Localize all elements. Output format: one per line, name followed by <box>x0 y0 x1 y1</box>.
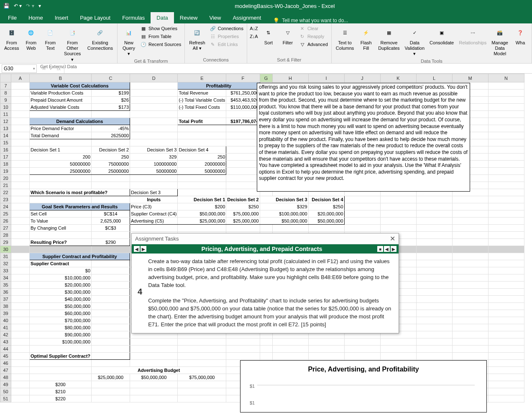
tab-formulas[interactable]: Formulas <box>116 12 151 23</box>
from-text-button[interactable]: 📄From Text <box>41 25 59 52</box>
window-title: modelingBasics-W0-Jacob_Jones - Excel <box>235 3 335 9</box>
assignment-task-pane[interactable]: Assignment Tasks ✕ ◀ ▶ Pricing, Advertis… <box>131 233 399 333</box>
data-validation-button[interactable]: ✓Data Validation ▾ <box>403 25 427 58</box>
section-header: Profitability <box>178 82 260 90</box>
from-table-button[interactable]: ▤From Table <box>139 33 182 41</box>
formula-bar: G30 ✕ ✓ fx <box>0 64 532 74</box>
flash-fill-button[interactable]: ⚡Flash Fill <box>357 25 375 52</box>
chart-panel[interactable]: Price, Advertising, and Profitability $1… <box>240 360 487 412</box>
new-query-button[interactable]: 📊New Query ▾ <box>120 25 138 58</box>
whatif-button[interactable]: ❓Wha <box>512 25 529 46</box>
close-icon[interactable]: ✕ <box>390 235 395 243</box>
nav-back-icon[interactable]: ◀ <box>384 246 390 252</box>
nav-next-icon[interactable]: ▶ <box>141 246 146 252</box>
remove-duplicates-button[interactable]: ▦Remove Duplicates <box>376 25 401 52</box>
taskpane-title: Assignment Tasks <box>135 236 179 242</box>
save-icon[interactable]: 💾 <box>3 3 10 9</box>
tab-page-layout[interactable]: Page Layout <box>74 12 116 23</box>
from-web-button[interactable]: 🌐From Web <box>22 25 40 52</box>
nav-fwd-icon[interactable]: ▶ <box>391 246 396 252</box>
scenario-text-box: offerings and you risk losing sales to y… <box>257 83 470 192</box>
refresh-all-button[interactable]: 🔄Refresh All ▾ <box>187 25 207 52</box>
fx-icon[interactable]: fx <box>57 66 61 72</box>
worksheet-grid[interactable]: ABC DEF GHI JKL MN 7 Variable Cost Calcu… <box>0 74 532 415</box>
sort-za-button[interactable]: Z↓A <box>250 33 258 41</box>
manage-data-model-button[interactable]: 🗃️Manage Data Model <box>490 25 510 58</box>
tab-file[interactable]: File <box>2 12 23 23</box>
sort-az-button[interactable]: A↓Z <box>250 25 258 33</box>
advanced-filter-button[interactable]: ▽Advanced <box>298 41 329 49</box>
section-header: Demand Calculations <box>30 118 130 125</box>
sort-button[interactable]: ⇅Sort <box>260 25 277 46</box>
tab-insert[interactable]: Insert <box>49 12 74 23</box>
edit-links-button[interactable]: ✎Edit Links <box>209 41 244 49</box>
formula-input[interactable] <box>64 64 532 73</box>
tell-me-search[interactable]: 💡 Tell me what you want to do... <box>273 18 348 23</box>
column-headers[interactable]: ABC DEF GHI JKL MN <box>0 74 524 82</box>
enter-icon[interactable]: ✓ <box>49 66 54 72</box>
undo-icon[interactable]: ↶ ▾ <box>14 3 22 9</box>
clear-filter-button[interactable]: ✕Clear <box>298 25 329 33</box>
bulb-icon: 💡 <box>273 18 279 23</box>
from-access-button[interactable]: 🗄️From Access <box>3 25 20 52</box>
cancel-icon[interactable]: ✕ <box>42 66 46 72</box>
show-queries-button[interactable]: ▦Show Queries <box>139 25 182 33</box>
reapply-button[interactable]: ↻Reapply <box>298 33 329 41</box>
name-box[interactable]: G30 <box>2 64 37 73</box>
properties-button[interactable]: ☷Properties <box>209 33 244 41</box>
nav-stop-icon[interactable]: ■ <box>377 246 383 252</box>
select-all-cell[interactable] <box>0 74 11 82</box>
title-bar: 💾 ↶ ▾ ↷ ▾ ▾ modelingBasics-W0-Jacob_Jone… <box>0 0 532 12</box>
text-to-columns-button[interactable]: ☰Text to Columns <box>334 25 356 52</box>
nav-prev-icon[interactable]: ◀ <box>134 246 140 252</box>
tab-view[interactable]: View <box>203 12 227 23</box>
filter-button[interactable]: ▽Filter <box>279 25 297 46</box>
task-number: 4 <box>138 287 142 329</box>
consolidate-button[interactable]: ▣Consolidate <box>428 25 455 46</box>
from-other-button[interactable]: 📑From Other Sources ▾ <box>61 25 84 63</box>
tab-review[interactable]: Review <box>174 12 204 23</box>
existing-conn-button[interactable]: 🔗Existing Connections <box>86 25 115 52</box>
ribbon-tabs: File Home Insert Page Layout Formulas Da… <box>0 12 532 23</box>
relationships-button[interactable]: ⊶Relationships <box>457 25 488 46</box>
tab-assignment[interactable]: Assignment <box>227 12 267 23</box>
section-header: Variable Cost Calculations <box>30 82 130 90</box>
qat-customize-icon[interactable]: ▾ <box>38 3 41 9</box>
redo-icon[interactable]: ↷ ▾ <box>26 3 34 9</box>
ribbon: 🗄️From Access 🌐From Web 📄From Text 📑From… <box>0 23 532 64</box>
connections-button[interactable]: 🔗Connections <box>209 25 244 33</box>
tab-home[interactable]: Home <box>23 12 49 23</box>
tab-data[interactable]: Data <box>151 12 174 23</box>
recent-sources-button[interactable]: 🕑Recent Sources <box>139 41 182 49</box>
task-body: Create a two-way data table after refere… <box>148 258 393 329</box>
